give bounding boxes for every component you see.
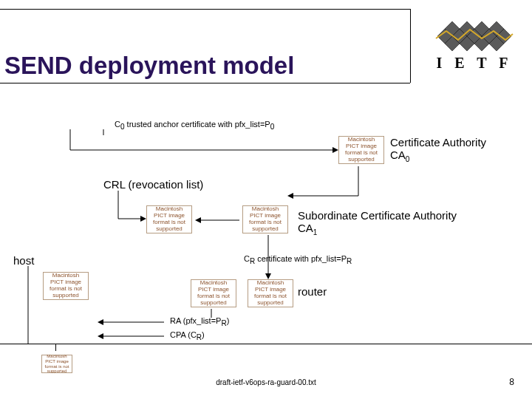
sub-ca-line1: Subordinate Certificate Authority <box>298 209 457 222</box>
sub-ca-sub: 1 <box>313 228 318 236</box>
svg-marker-17 <box>265 273 271 279</box>
ca0-line1: Certificate Authority <box>390 136 486 149</box>
c0-rest: trusted anchor certificate with pfx_list… <box>125 120 270 129</box>
arrow-sub-between <box>194 214 245 226</box>
footer-text: draft-ietf-v6ops-ra-guard-00.txt <box>0 378 532 386</box>
ietf-diamond-icon <box>430 19 519 53</box>
pict-placeholder-host: Macintosh PICT image format is not suppo… <box>43 272 89 300</box>
pr-sub: R <box>347 257 352 265</box>
router-label: router <box>298 285 327 298</box>
top-divider <box>0 9 410 10</box>
host-label: host <box>13 254 34 267</box>
page-number: 8 <box>509 377 514 387</box>
pict-placeholder-footer: Macintosh PICT image format is not suppo… <box>41 355 72 373</box>
pict-placeholder-router-left: Macintosh PICT image format is not suppo… <box>191 279 236 307</box>
svg-marker-18 <box>98 319 103 325</box>
svg-marker-16 <box>195 217 201 223</box>
cr-cert-label: CR certificate with pfx_list=PR <box>244 254 352 265</box>
svg-marker-15 <box>140 216 146 222</box>
ra-sub: R <box>221 319 226 327</box>
host-vertical-line <box>22 266 37 344</box>
ra-b: ) <box>227 316 230 325</box>
title-underline <box>0 83 410 83</box>
arrow-crl-to-sub <box>103 191 251 235</box>
ca0-sub: 0 <box>406 155 410 163</box>
svg-marker-14 <box>287 193 293 199</box>
ietf-logo: I E T F <box>430 19 519 72</box>
footer-divider <box>0 344 532 344</box>
sub-ca-label: Subordinate Certificate Authority CA1 <box>298 209 457 236</box>
pict-placeholder-ca0: Macintosh PICT image format is not suppo… <box>338 136 384 164</box>
arrow-cpa <box>96 331 170 341</box>
router-down-tick <box>205 309 220 319</box>
ca0-line2: CA <box>390 149 406 161</box>
arrow-sub-to-router <box>262 235 277 281</box>
cpa-a: CPA (C <box>170 330 197 339</box>
crl-label: CRL (revocation list) <box>103 178 203 191</box>
pict-placeholder-router-right: Macintosh PICT image format is not suppo… <box>248 279 293 307</box>
svg-marker-13 <box>332 147 338 153</box>
footer-tick <box>55 344 56 351</box>
arrow-ca0-to-sub <box>284 166 373 212</box>
cpa-b: ) <box>202 330 205 339</box>
c0-path-line <box>59 129 340 159</box>
svg-marker-19 <box>98 333 103 339</box>
arrow-ra <box>96 317 170 327</box>
ietf-logo-label: I E T F <box>430 55 519 72</box>
slide-title: SEND deployment model <box>4 52 294 80</box>
cr-c: C <box>244 254 250 263</box>
c0-c: C <box>115 120 120 129</box>
sub-ca-line2: CA <box>298 222 313 234</box>
cpa-sub: R <box>197 333 202 341</box>
ra-label: RA (pfx_list=PR) <box>170 316 229 327</box>
ca0-label: Certificate Authority CA0 <box>390 136 486 163</box>
cpa-label: CPA (CR) <box>170 330 205 341</box>
top-divider-vertical <box>410 9 411 83</box>
